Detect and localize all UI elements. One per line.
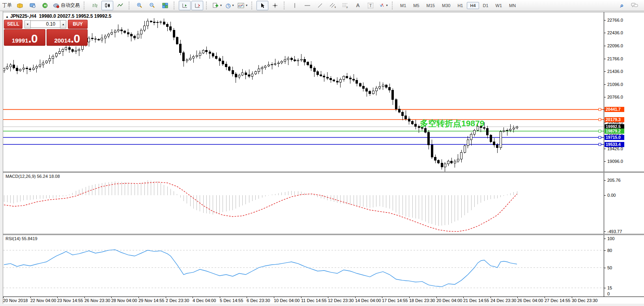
- axis-tick-mark: [604, 59, 606, 59]
- axis-tick-mark: [604, 250, 606, 251]
- trendline-tool-icon[interactable]: [314, 1, 326, 10]
- rsi-pane[interactable]: RSI(14) 55.8419 1008050150: [3, 235, 644, 297]
- arrows-tool-button[interactable]: ▾: [377, 1, 389, 10]
- timeframe-button-D1[interactable]: D1: [480, 2, 492, 9]
- fibonacci-tool-icon[interactable]: F: [339, 1, 351, 10]
- macd-tick-label: -493.77: [607, 229, 622, 234]
- line-chart-type-icon[interactable]: [114, 1, 126, 10]
- timeframe-button-H4[interactable]: H4: [467, 2, 479, 9]
- window-menu-triangle-icon[interactable]: ▲: [6, 15, 9, 19]
- indicators-menu-button[interactable]: ▾: [236, 1, 249, 10]
- zoom-in-icon[interactable]: [134, 1, 146, 10]
- chart-shift-icon[interactable]: [191, 1, 203, 10]
- text-label-tool-icon[interactable]: T: [365, 1, 376, 10]
- candlestick-chart-type-icon[interactable]: [101, 1, 113, 10]
- zoom-out-icon[interactable]: [146, 1, 158, 10]
- search-icon[interactable]: ⌕: [616, 1, 628, 10]
- timeframes-menu-button[interactable]: ◷▾: [224, 1, 236, 10]
- time-axis-label: 4 Dec 04:00: [193, 298, 216, 303]
- timeframe-button-MN[interactable]: MN: [506, 2, 519, 9]
- toolbar-grip[interactable]: [251, 2, 255, 9]
- equidistant-channel-tool-icon[interactable]: E: [327, 1, 339, 10]
- time-axis-label: 30 Dec 23:30: [572, 298, 597, 303]
- timeframe-group: M1M5M15M30H1H4D1W1MN: [397, 2, 519, 9]
- buy-price-main: 20014: [54, 37, 71, 45]
- toolbar-grip[interactable]: [84, 2, 87, 9]
- timeframe-button-M30[interactable]: M30: [439, 2, 453, 9]
- svg-text:F: F: [346, 6, 348, 9]
- toolbar-grip[interactable]: [174, 2, 177, 9]
- macd-tick-label: 205.76: [607, 178, 621, 183]
- auto-scroll-icon[interactable]: [179, 1, 191, 10]
- indicators-icon: [238, 3, 244, 8]
- axis-tick-mark: [604, 71, 606, 72]
- buy-price-pips: .0: [71, 33, 80, 45]
- volume-input[interactable]: [31, 21, 60, 28]
- rsi-label: RSI(14) 55.8419: [6, 236, 37, 241]
- volume-up-button[interactable]: ▲: [60, 20, 66, 28]
- time-axis-label: 17 Dec 14:55: [382, 298, 408, 303]
- hline-label: 19715.0: [605, 135, 624, 140]
- buy-button[interactable]: BUY: [68, 20, 88, 29]
- volume-down-button[interactable]: ▼: [24, 20, 31, 28]
- timeframe-button-M1[interactable]: M1: [397, 2, 409, 9]
- toolbar-grip[interactable]: [284, 2, 287, 9]
- time-axis-label: 21 Dec 14:55: [463, 298, 489, 303]
- axis-tick-mark: [604, 231, 606, 232]
- auto-trading-button[interactable]: 自动交易: [52, 1, 81, 10]
- toolbar-grip[interactable]: [129, 2, 132, 9]
- timeframe-button-W1[interactable]: W1: [492, 2, 505, 9]
- market-watch-icon[interactable]: [14, 1, 26, 10]
- axis-tick-mark: [604, 239, 606, 239]
- time-axis-label: 27 Dec 14:55: [545, 298, 570, 303]
- vertical-line-tool-icon[interactable]: [289, 1, 301, 10]
- sell-price-pips: .0: [28, 33, 37, 45]
- tile-windows-icon[interactable]: [159, 1, 171, 10]
- window-bottom-edge: [0, 304, 644, 306]
- timeframe-button-M5[interactable]: M5: [410, 2, 422, 9]
- time-axis-label: 2 Dec 23:30: [166, 298, 189, 303]
- price-pane[interactable]: ▲JPN225-,H4 19980.0 20027.5 19952.5 1999…: [3, 12, 644, 172]
- macd-pane[interactable]: MACD(12,26,9) 56.24 18.08 205.760.00-493…: [3, 173, 644, 234]
- bar-chart-type-icon[interactable]: [89, 1, 101, 10]
- hline-label: 19533.4: [605, 142, 624, 147]
- timeframe-button-H1[interactable]: H1: [454, 2, 466, 9]
- chat-icon[interactable]: [629, 1, 640, 10]
- price-axis: 22766.022436.022096.021766.021436.021096…: [604, 12, 644, 172]
- time-axis-label: 20 Dec 04:00: [436, 298, 462, 303]
- buy-price-box[interactable]: 20014.0: [47, 29, 88, 46]
- axis-tick-mark: [604, 84, 606, 85]
- signals-icon[interactable]: [39, 1, 51, 10]
- axis-tick-mark: [604, 161, 606, 162]
- axis-tick-mark: [604, 180, 606, 181]
- one-click-trading-panel: SELL ▼ ▲ BUY 19991.0 20014.0: [4, 20, 88, 46]
- text-tool-icon[interactable]: A: [352, 1, 364, 10]
- hline-label: 19879.2: [605, 129, 624, 134]
- rsi-tick-label: 15: [607, 285, 612, 290]
- rsi-canvas[interactable]: [3, 235, 604, 297]
- timeframe-button-M15[interactable]: M15: [423, 2, 438, 9]
- price-tick-label: 21766.0: [607, 56, 623, 61]
- crosshair-tool-icon[interactable]: [269, 1, 281, 10]
- sell-button[interactable]: SELL: [4, 20, 22, 29]
- rsi-tick-label: 80: [607, 248, 612, 253]
- time-axis-label: 20 Nov 2018: [3, 298, 28, 303]
- toolbar: 丁单 自动交易 ▾ ◷▾ ▾ E F A T ▾ M: [0, 0, 644, 11]
- clock-icon: ◷: [225, 2, 230, 9]
- horizontal-line-tool-icon[interactable]: [301, 1, 313, 10]
- new-chart-button[interactable]: ▾: [211, 1, 223, 10]
- time-axis-label: 6 Dec 23:30: [247, 298, 270, 303]
- macd-canvas[interactable]: [3, 173, 604, 234]
- auto-trading-label: 自动交易: [61, 2, 80, 9]
- toolbar-grip[interactable]: [392, 2, 395, 9]
- sell-price-box[interactable]: 19991.0: [4, 29, 45, 46]
- symbol-timeframe: JPN225-,H4: [10, 13, 36, 19]
- strategy-tester-icon[interactable]: [26, 1, 38, 10]
- price-chart-canvas[interactable]: [3, 12, 604, 172]
- toolbar-grip[interactable]: [206, 2, 209, 9]
- new-order-button[interactable]: 丁单: [1, 1, 13, 10]
- cursor-tool-icon[interactable]: [256, 1, 268, 10]
- ohlc-values: 19980.0 20027.5 19952.5 19992.5: [39, 13, 112, 19]
- chart-title: ▲JPN225-,H4 19980.0 20027.5 19952.5 1999…: [6, 13, 111, 19]
- sell-price-main: 19991: [12, 37, 28, 45]
